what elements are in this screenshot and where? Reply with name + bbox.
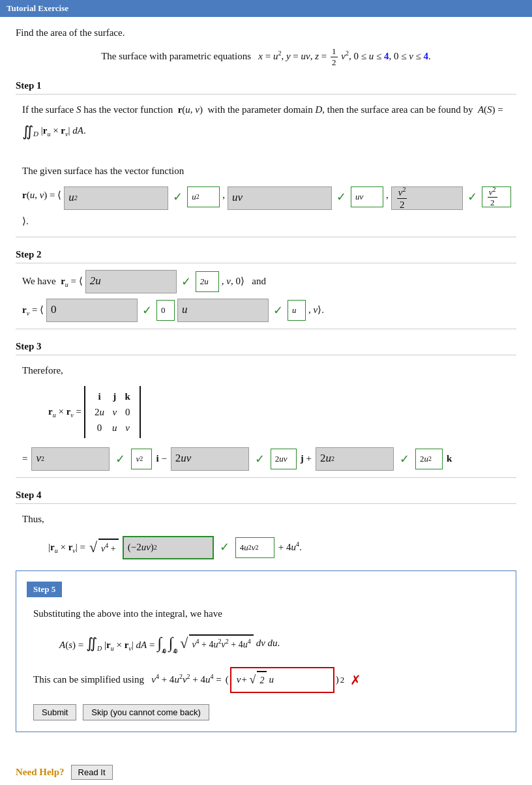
step1-check1: ✓ [173, 186, 183, 207]
step4-check1: ✓ [220, 537, 229, 557]
need-help-row: Need Help? Read It [0, 756, 532, 785]
step5-body: Substituting the above into the integral… [33, 605, 505, 720]
matrix-det: ijk 2uv0 0uv [84, 386, 141, 438]
step1-check2: ✓ [336, 186, 346, 207]
header-title: Tutorial Exercise [7, 3, 68, 13]
step1-ans1: u2 [187, 186, 220, 207]
step2-ru-input1[interactable]: 2u [85, 270, 177, 293]
step3-check3: ✓ [400, 449, 409, 469]
step5-answer-input[interactable]: v + √2 u [230, 667, 334, 693]
step5-cross: ✗ [350, 668, 361, 692]
step3-check2: ✓ [255, 449, 265, 469]
step1-ans2: uv [351, 186, 383, 207]
read-it-button[interactable]: Read It [71, 765, 113, 780]
tutorial-header: Tutorial Exercise [0, 0, 532, 17]
step1-input1[interactable]: u2 [64, 186, 168, 210]
step2-check1: ✓ [181, 271, 191, 292]
step2-ans1: 2u [196, 271, 219, 292]
step3-input2[interactable]: 2uv [171, 447, 249, 471]
step5-box: Step 5 Substituting the above into the i… [16, 570, 516, 732]
submit-button[interactable]: Submit [33, 704, 76, 720]
step5-buttons: Submit Skip (you cannot come back) [33, 704, 505, 721]
skip-button[interactable]: Skip (you cannot come back) [83, 704, 209, 720]
step1-input3[interactable]: v22 [391, 186, 463, 210]
step2-rv-input1[interactable]: 0 [46, 299, 138, 322]
step2-body: We have ru = ⟨ 2u ✓ 2u , v, 0⟩ and rv = … [22, 270, 516, 322]
step4-ans1: 4u2v2 [235, 537, 274, 558]
step1-label: Step 1 [16, 80, 516, 95]
we-have-text: We have ru = ⟨ [22, 273, 83, 291]
parametric-equation: The surface with parametric equations x … [16, 46, 516, 67]
step1-input2[interactable]: uv [228, 186, 332, 210]
step2-ans3: u [288, 300, 306, 321]
problem-instruction: Find the area of the surface. [16, 27, 516, 38]
step2-ans2: 0 [156, 300, 175, 321]
step3-ans2: 2uv [271, 449, 297, 469]
need-help-label: Need Help? [16, 767, 65, 778]
step3-check1: ✓ [115, 449, 125, 469]
step2-check2: ✓ [142, 300, 152, 321]
step3-ans3: 2u2 [415, 449, 443, 469]
step5-header: Step 5 [27, 582, 62, 597]
step1-ans3: v22 [482, 186, 511, 207]
step2-label: Step 2 [16, 249, 516, 263]
step1-body: If the surface S has the vector function… [22, 101, 516, 230]
step2-check3: ✓ [273, 300, 283, 321]
step3-input1[interactable]: v2 [31, 447, 110, 471]
step4-body: Thus, |ru × rv| = √ v4 + (−2uv)2 ✓ 4u2v2… [22, 511, 516, 561]
step3-label: Step 3 [16, 341, 516, 355]
step2-rv-input2[interactable]: u [177, 299, 269, 322]
step3-body: Therefore, ru × rv = ijk 2uv0 0uv = v2 ✓… [22, 362, 516, 471]
step1-check3: ✓ [467, 186, 477, 207]
sqrt-wrapper: √ v4 + [89, 535, 119, 561]
step3-input3[interactable]: 2u2 [316, 447, 394, 471]
step4-input1[interactable]: (−2uv)2 [123, 536, 214, 559]
step4-label: Step 4 [16, 490, 516, 504]
step3-ans1: v2 [131, 449, 152, 469]
